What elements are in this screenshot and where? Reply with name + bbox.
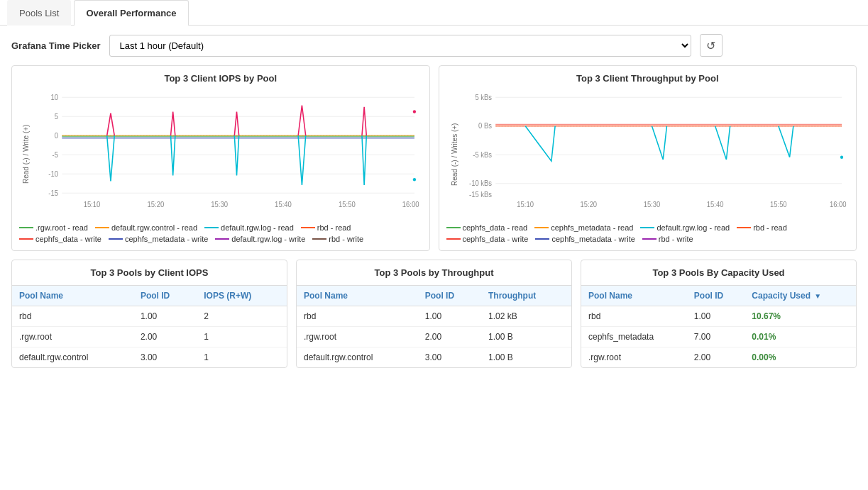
iops-col-iops[interactable]: IOPS (R+W) [197, 286, 287, 306]
svg-text:15:40: 15:40 [706, 201, 723, 208]
legend-item-log-write: default.rgw.log - write [215, 235, 305, 243]
tp-row2-val: 1.00 B [481, 327, 571, 347]
table-row: .rgw.root 2.00 0.00% [581, 347, 856, 368]
svg-text:15:50: 15:50 [339, 201, 356, 208]
throughput-chart-svg: 5 kBs 0 Bs -5 kBs -10 kBs -15 kBs 15:10 … [462, 89, 850, 217]
iops-table-title: Top 3 Pools by Client IOPS [12, 260, 287, 285]
svg-text:15:20: 15:20 [147, 201, 164, 208]
table-row: rbd 1.00 2 [12, 306, 287, 327]
svg-point-21 [413, 110, 416, 113]
iops-y-axis-label: Read (-) / Write (+) [19, 89, 32, 219]
tp-col-pool-name[interactable]: Pool Name [297, 286, 418, 306]
legend-cephfs-data-write-tp: cephfs_data - write [446, 235, 529, 243]
svg-text:15:20: 15:20 [580, 201, 597, 208]
capacity-table-box: Top 3 Pools By Capacity Used Pool Name P… [581, 260, 857, 368]
legend-item-cephfs-data-write: cephfs_data - write [19, 235, 101, 243]
svg-text:15:10: 15:10 [84, 201, 101, 208]
throughput-chart-legend: cephfs_data - read cephfs_metadata - rea… [446, 223, 850, 243]
legend-log-read-tp: default.rgw.log - read [640, 223, 730, 232]
legend-rbd-write-tp: rbd - write [642, 235, 693, 243]
svg-text:-5 kBs: -5 kBs [473, 150, 492, 158]
legend-cephfs-data-read: cephfs_data - read [446, 223, 528, 232]
svg-point-40 [840, 155, 842, 159]
iops-row3-id: 3.00 [133, 347, 197, 368]
charts-row: Top 3 Client IOPS by Pool Read (-) / Wri… [0, 65, 868, 260]
tp-row3-val: 1.00 B [481, 347, 571, 368]
svg-text:-5: -5 [53, 150, 59, 158]
tabs-container: Pools List Overall Performance [0, 0, 868, 26]
capacity-table: Pool Name Pool ID Capacity Used ▼ rbd 1.… [581, 285, 856, 367]
svg-text:-10: -10 [48, 169, 58, 177]
iops-table: Pool Name Pool ID IOPS (R+W) rbd 1.00 2 … [12, 285, 287, 367]
cap-col-pool-name[interactable]: Pool Name [581, 286, 687, 306]
iops-col-pool-id[interactable]: Pool ID [133, 286, 197, 306]
iops-row2-id: 2.00 [133, 327, 197, 347]
legend-item-control-read: default.rgw.control - read [95, 223, 197, 232]
time-picker-row: Grafana Time Picker Last 5 minutesLast 1… [0, 26, 868, 65]
table-row: .rgw.root 2.00 1.00 B [297, 327, 571, 347]
svg-point-22 [413, 178, 416, 182]
svg-text:15:10: 15:10 [517, 201, 534, 208]
iops-row2-name: .rgw.root [12, 327, 133, 347]
tp-col-throughput[interactable]: Throughput [481, 286, 571, 306]
table-row: .rgw.root 2.00 1 [12, 327, 287, 347]
cap-row2-val: 0.01% [745, 327, 856, 347]
cap-col-pool-id[interactable]: Pool ID [687, 286, 745, 306]
table-row: default.rgw.control 3.00 1.00 B [297, 347, 571, 368]
svg-text:0: 0 [55, 131, 59, 139]
iops-col-pool-name[interactable]: Pool Name [12, 286, 133, 306]
throughput-table-box: Top 3 Pools by Throughput Pool Name Pool… [296, 260, 572, 368]
tp-row1-name: rbd [297, 306, 418, 327]
cap-col-capacity[interactable]: Capacity Used ▼ [745, 286, 856, 306]
table-row: rbd 1.00 1.02 kB [297, 306, 571, 327]
sort-icon: ▼ [814, 292, 821, 300]
iops-chart-svg: 10 5 0 -5 -10 -15 15:10 15:20 15:30 15:4… [32, 89, 422, 217]
table-row: rbd 1.00 10.67% [581, 306, 856, 327]
iops-row3-name: default.rgw.control [12, 347, 133, 368]
tab-pools-list[interactable]: Pools List [7, 0, 71, 26]
iops-row1-id: 1.00 [133, 306, 197, 327]
legend-item-rgwroot-read: .rgw.root - read [19, 223, 88, 232]
cap-row2-name: cephfs_metadata [581, 327, 687, 347]
cap-row3-val: 0.00% [745, 347, 856, 368]
iops-row2-val: 1 [197, 327, 287, 347]
throughput-table-title: Top 3 Pools by Throughput [297, 260, 571, 285]
iops-row1-name: rbd [12, 306, 133, 327]
refresh-button[interactable]: ↺ [700, 34, 723, 57]
legend-item-rbd-write: rbd - write [312, 235, 363, 243]
throughput-chart-title: Top 3 Client Throughput by Pool [446, 73, 850, 84]
capacity-table-title: Top 3 Pools By Capacity Used [581, 260, 856, 285]
svg-text:16:00: 16:00 [402, 201, 419, 208]
table-row: cephfs_metadata 7.00 0.01% [581, 327, 856, 347]
svg-text:5 kBs: 5 kBs [475, 93, 492, 101]
cap-row2-id: 7.00 [687, 327, 745, 347]
legend-item-cephfs-meta-write: cephfs_metadata - write [109, 235, 208, 243]
iops-chart-legend: .rgw.root - read default.rgw.control - r… [19, 223, 422, 243]
iops-chart-title: Top 3 Client IOPS by Pool [19, 73, 422, 84]
svg-text:5: 5 [55, 112, 59, 120]
time-picker-label: Grafana Time Picker [11, 40, 101, 51]
tp-row2-name: .rgw.root [297, 327, 418, 347]
tab-overall-performance[interactable]: Overall Performance [74, 0, 188, 26]
svg-text:16:00: 16:00 [829, 201, 846, 208]
tp-row2-id: 2.00 [418, 327, 481, 347]
tp-col-pool-id[interactable]: Pool ID [418, 286, 481, 306]
svg-text:-10 kBs: -10 kBs [469, 179, 492, 187]
time-picker-select[interactable]: Last 5 minutesLast 15 minutesLast 30 min… [109, 35, 691, 57]
iops-row1-val: 2 [197, 306, 287, 327]
tp-row1-id: 1.00 [418, 306, 481, 327]
iops-chart-box: Top 3 Client IOPS by Pool Read (-) / Wri… [11, 65, 430, 251]
svg-text:15:40: 15:40 [275, 201, 292, 208]
cap-row3-id: 2.00 [687, 347, 745, 368]
cap-row1-val: 10.67% [745, 306, 856, 327]
legend-rbd-read-tp: rbd - read [737, 223, 787, 232]
svg-text:15:30: 15:30 [211, 201, 228, 208]
svg-text:15:50: 15:50 [770, 201, 787, 208]
legend-item-log-read: default.rgw.log - read [204, 223, 294, 232]
legend-cephfs-meta-write-tp: cephfs_metadata - write [535, 235, 634, 243]
legend-cephfs-meta-read: cephfs_metadata - read [534, 223, 633, 232]
tp-row1-val: 1.02 kB [481, 306, 571, 327]
iops-table-box: Top 3 Pools by Client IOPS Pool Name Poo… [11, 260, 287, 368]
throughput-y-axis-label: Read (-) / Writes (+) [446, 89, 462, 219]
tables-row: Top 3 Pools by Client IOPS Pool Name Poo… [0, 260, 868, 379]
